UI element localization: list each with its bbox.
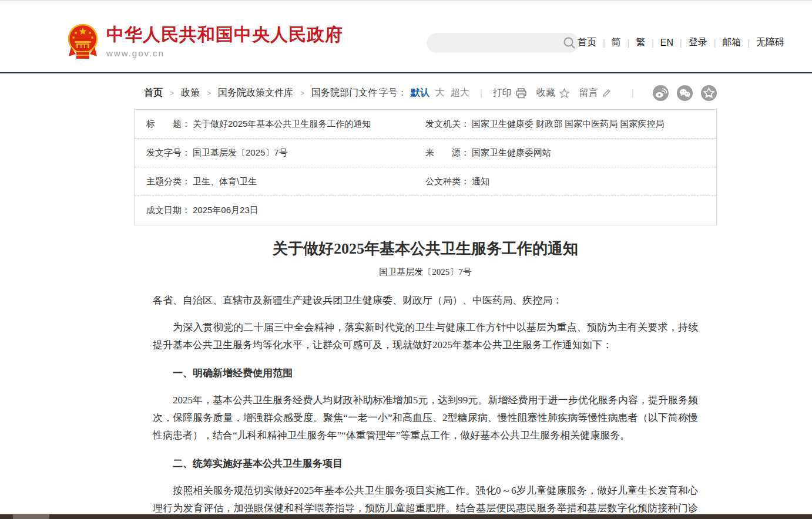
meta-value-date: 2025年06月23日: [193, 205, 259, 216]
nav-simplified[interactable]: 简: [612, 36, 621, 49]
nav-separator: |: [603, 38, 605, 48]
weibo-icon[interactable]: [653, 85, 669, 101]
meta-label-doc-type: 公文种类：: [425, 176, 469, 187]
favorite-label: 收藏: [536, 87, 555, 99]
comment-button[interactable]: 留言: [579, 87, 612, 99]
bottom-scrollbar[interactable]: [0, 514, 812, 519]
nav-separator: |: [747, 38, 750, 48]
document-number: 国卫基层发〔2025〕7号: [153, 267, 698, 278]
article-paragraph: 按照相关服务规范切实做好2025年基本公共卫生服务项目实施工作。强化0～6岁儿童…: [153, 482, 698, 519]
chevron-right-icon: >: [207, 89, 211, 97]
share-icons: [645, 85, 717, 101]
toolbar-separator: |: [480, 88, 482, 99]
meta-value-source: 国家卫生健康委网站: [472, 147, 551, 159]
breadcrumb-policy-library[interactable]: 国务院政策文件库: [218, 87, 293, 99]
nav-separator: |: [628, 38, 630, 48]
meta-value-issuing-org: 国家卫生健康委 财政部 国家中医药局 国家疾控局: [472, 119, 665, 130]
table-row: 发文字号： 国卫基层发〔2025〕7号 来 源： 国家卫生健康委网站: [135, 139, 716, 167]
meta-label-topic-category: 主题分类：: [146, 176, 190, 187]
national-emblem-icon: [66, 23, 99, 60]
chevron-right-icon: >: [170, 89, 174, 97]
article-toolbar: 字号： 默认 大 超大 | 打印 收藏: [379, 85, 717, 101]
article-section-heading: 一、明确新增经费使用范围: [153, 365, 698, 382]
meta-label-title: 标 题：: [146, 119, 190, 130]
nav-english[interactable]: EN: [660, 38, 673, 48]
font-size-default-button[interactable]: 默认: [411, 87, 430, 99]
breadcrumb-policy[interactable]: 政策: [181, 87, 200, 99]
search-box[interactable]: [427, 33, 579, 53]
site-url: www.gov.cn: [106, 48, 343, 58]
print-label: 打印: [493, 87, 512, 99]
meta-value-title: 关于做好2025年基本公共卫生服务工作的通知: [193, 119, 371, 130]
font-size-xlarge-button[interactable]: 超大: [451, 87, 469, 99]
breadcrumb: 首页 > 政策 > 国务院政策文件库 > 国务院部门文件: [144, 87, 377, 99]
table-row: 标 题： 关于做好2025年基本公共卫生服务工作的通知 发文机关： 国家卫生健康…: [135, 110, 716, 139]
print-button[interactable]: 打印: [493, 87, 527, 99]
top-nav: 首页| 简| 繁| EN| 登录| 邮箱| 无障碍: [578, 36, 784, 49]
breadcrumb-department-docs[interactable]: 国务院部门文件: [311, 87, 377, 99]
toolbar-separator: |: [632, 88, 634, 99]
nav-home[interactable]: 首页: [578, 36, 596, 49]
search-icon[interactable]: [559, 33, 579, 53]
nav-login[interactable]: 登录: [689, 36, 707, 49]
meta-value-doc-type: 通知: [472, 176, 489, 187]
table-row: 成文日期： 2025年06月23日: [135, 196, 716, 225]
qzone-icon[interactable]: [701, 85, 717, 101]
comment-label: 留言: [579, 87, 598, 99]
nav-separator: |: [652, 38, 654, 48]
nav-traditional[interactable]: 繁: [636, 36, 645, 49]
font-size-large-button[interactable]: 大: [435, 87, 445, 99]
meta-value-doc-number: 国卫基层发〔2025〕7号: [193, 147, 288, 159]
meta-label-source: 来 源：: [425, 147, 469, 159]
table-row: 主题分类： 卫生、体育\卫生 公文种类： 通知: [135, 167, 716, 196]
chevron-right-icon: >: [300, 89, 304, 97]
nav-separator: |: [714, 38, 716, 48]
article-body: 关于做好2025年基本公共卫生服务工作的通知 国卫基层发〔2025〕7号 各省、…: [134, 238, 717, 519]
meta-value-topic-category: 卫生、体育\卫生: [193, 176, 257, 187]
article-paragraph: 各省、自治区、直辖市及新疆生产建设兵团卫生健康委、财政厅（局）、中医药局、疾控局…: [153, 292, 698, 309]
article-paragraph: 为深入贯彻党的二十届三中全会精神，落实新时代党的卫生与健康工作方针中以基层为重点…: [153, 319, 698, 354]
site-logo[interactable]: 中华人民共和国中央人民政府 www.gov.cn: [66, 23, 343, 60]
meta-label-doc-number: 发文字号：: [146, 147, 190, 159]
favorite-button[interactable]: 收藏: [536, 87, 570, 99]
site-title: 中华人民共和国中央人民政府: [106, 25, 343, 45]
scrollbar-thumb[interactable]: [13, 514, 49, 519]
breadcrumb-home[interactable]: 首页: [144, 87, 163, 99]
nav-separator: |: [680, 38, 682, 48]
article-section-heading: 二、统筹实施好基本公共卫生服务项目: [153, 455, 698, 473]
article-paragraph: 2025年，基本公共卫生服务经费人均财政补助标准增加5元，达到99元。新增经费用…: [153, 392, 698, 444]
nav-accessibility[interactable]: 无障碍: [756, 36, 784, 49]
site-header: 中华人民共和国中央人民政府 www.gov.cn 首页| 简| 繁| EN| 登…: [0, 1, 812, 72]
meta-label-issuing-org: 发文机关：: [425, 119, 469, 130]
nav-mail[interactable]: 邮箱: [722, 36, 741, 49]
meta-label-date: 成文日期：: [146, 205, 190, 216]
wechat-icon[interactable]: [677, 85, 693, 101]
document-meta-table: 标 题： 关于做好2025年基本公共卫生服务工作的通知 发文机关： 国家卫生健康…: [134, 109, 717, 225]
star-icon: [559, 88, 570, 99]
pencil-icon: [602, 88, 612, 98]
page-title: 关于做好2025年基本公共卫生服务工作的通知: [153, 238, 698, 259]
printer-icon: [515, 88, 527, 99]
font-size-label: 字号：: [379, 87, 407, 99]
search-input[interactable]: [427, 33, 559, 53]
